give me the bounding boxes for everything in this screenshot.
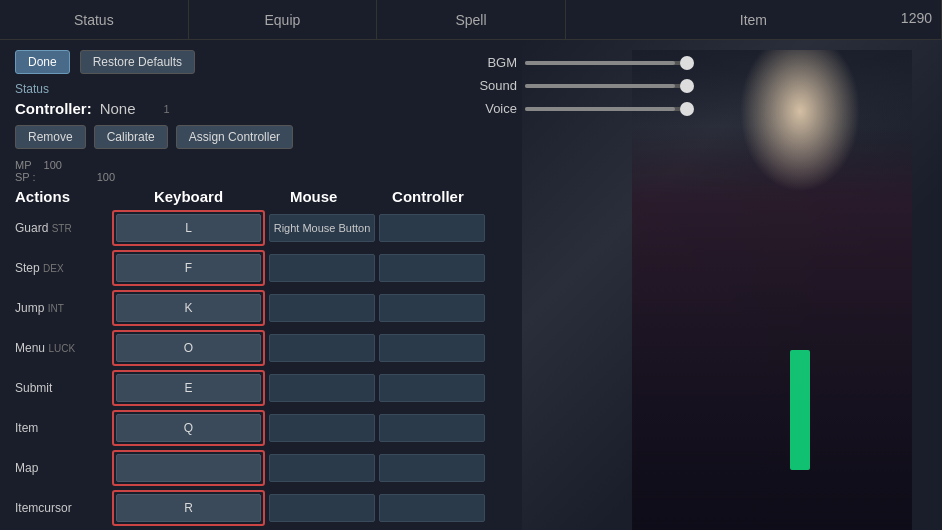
remove-button[interactable]: Remove <box>15 125 86 149</box>
header-controller: Controller <box>371 188 485 205</box>
mouse-cell-jump[interactable] <box>269 294 375 322</box>
ctrl-cell-itemcursor[interactable] <box>379 494 485 522</box>
kb-wrapper-jump: K <box>112 290 265 326</box>
top-btn-row: Done Restore Defaults <box>15 50 485 74</box>
item-count: 1290 <box>901 10 932 26</box>
mouse-cell-menu[interactable] <box>269 334 375 362</box>
action-row-jump: Jump INT K <box>15 290 485 326</box>
bgm-fill <box>525 61 675 65</box>
status-label: Status <box>15 82 485 96</box>
action-name-map: Map <box>15 461 108 475</box>
ctrl-cell-submit[interactable] <box>379 374 485 402</box>
mouse-cell-map[interactable] <box>269 454 375 482</box>
kb-cell-jump[interactable]: K <box>116 294 261 322</box>
tab-spell[interactable]: Spell <box>377 0 566 39</box>
voice-row: Voice <box>472 101 692 116</box>
controller-label: Controller: <box>15 100 92 117</box>
top-navigation: Status Equip Spell Item 1290 <box>0 0 942 40</box>
header-keyboard: Keyboard <box>120 188 256 205</box>
controller-value: None <box>100 100 136 117</box>
voice-thumb[interactable] <box>680 102 694 116</box>
tab-status[interactable]: Status <box>0 0 189 39</box>
sound-row: Sound <box>472 78 692 93</box>
action-row-menu: Menu LUCK O <box>15 330 485 366</box>
kb-wrapper-itemcursor: R <box>112 490 265 526</box>
mouse-cell-item[interactable] <box>269 414 375 442</box>
action-name-itemcursor: Itemcursor <box>15 501 108 515</box>
bgm-label: BGM <box>472 55 517 70</box>
sound-thumb[interactable] <box>680 79 694 93</box>
bgm-slider[interactable] <box>525 61 692 65</box>
kb-cell-map[interactable] <box>116 454 261 482</box>
stats-hint: MP 100 SP : 100 <box>15 159 485 183</box>
header-actions: Actions <box>15 188 120 205</box>
kb-wrapper-menu: O <box>112 330 265 366</box>
controller-number: 1 <box>164 103 170 115</box>
tab-item[interactable]: Item <box>566 0 942 39</box>
kb-wrapper-step: F <box>112 250 265 286</box>
ctrl-cell-map[interactable] <box>379 454 485 482</box>
restore-defaults-button[interactable]: Restore Defaults <box>80 50 195 74</box>
controller-row: Controller: None 1 <box>15 100 485 117</box>
action-name-jump: Jump INT <box>15 301 108 315</box>
action-rows: Guard STR L Right Mouse Button Step DEX … <box>15 210 485 530</box>
action-row-submit: Submit E <box>15 370 485 406</box>
sound-fill <box>525 84 675 88</box>
action-btn-row: Remove Calibrate Assign Controller <box>15 125 485 149</box>
kb-wrapper-submit: E <box>112 370 265 406</box>
kb-cell-guard[interactable]: L <box>116 214 261 242</box>
action-name-guard: Guard STR <box>15 221 108 235</box>
done-button[interactable]: Done <box>15 50 70 74</box>
action-row-itemcursor: Itemcursor R <box>15 490 485 526</box>
scroll-indicator[interactable] <box>790 350 810 470</box>
voice-label: Voice <box>472 101 517 116</box>
action-name-step: Step DEX <box>15 261 108 275</box>
action-name-menu: Menu LUCK <box>15 341 108 355</box>
kb-cell-menu[interactable]: O <box>116 334 261 362</box>
voice-slider[interactable] <box>525 107 692 111</box>
action-row-guard: Guard STR L Right Mouse Button <box>15 210 485 246</box>
assign-controller-button[interactable]: Assign Controller <box>176 125 293 149</box>
action-row-step: Step DEX F <box>15 250 485 286</box>
calibrate-button[interactable]: Calibrate <box>94 125 168 149</box>
kb-cell-item[interactable]: Q <box>116 414 261 442</box>
ctrl-cell-step[interactable] <box>379 254 485 282</box>
ctrl-cell-menu[interactable] <box>379 334 485 362</box>
ctrl-cell-item[interactable] <box>379 414 485 442</box>
ctrl-cell-guard[interactable] <box>379 214 485 242</box>
mouse-cell-step[interactable] <box>269 254 375 282</box>
kb-wrapper-map <box>112 450 265 486</box>
left-panel: Done Restore Defaults Status Controller:… <box>0 40 500 530</box>
sound-slider[interactable] <box>525 84 692 88</box>
action-row-map: Map <box>15 450 485 486</box>
main-area: Done Restore Defaults Status Controller:… <box>0 40 942 530</box>
voice-fill <box>525 107 675 111</box>
action-row-item: Item Q <box>15 410 485 446</box>
kb-cell-submit[interactable]: E <box>116 374 261 402</box>
action-name-submit: Submit <box>15 381 108 395</box>
audio-panel: BGM Sound Voice <box>472 55 692 124</box>
bgm-thumb[interactable] <box>680 56 694 70</box>
mouse-cell-itemcursor[interactable] <box>269 494 375 522</box>
kb-wrapper-item: Q <box>112 410 265 446</box>
header-mouse: Mouse <box>257 188 371 205</box>
sound-label: Sound <box>472 78 517 93</box>
column-headers: Actions Keyboard Mouse Controller <box>15 188 485 205</box>
mouse-cell-submit[interactable] <box>269 374 375 402</box>
tab-equip[interactable]: Equip <box>189 0 378 39</box>
mouse-cell-guard[interactable]: Right Mouse Button <box>269 214 375 242</box>
keyboard-column-wrapper: L <box>112 210 265 246</box>
kb-cell-itemcursor[interactable]: R <box>116 494 261 522</box>
ctrl-cell-jump[interactable] <box>379 294 485 322</box>
action-name-item: Item <box>15 421 108 435</box>
bgm-row: BGM <box>472 55 692 70</box>
kb-cell-step[interactable]: F <box>116 254 261 282</box>
